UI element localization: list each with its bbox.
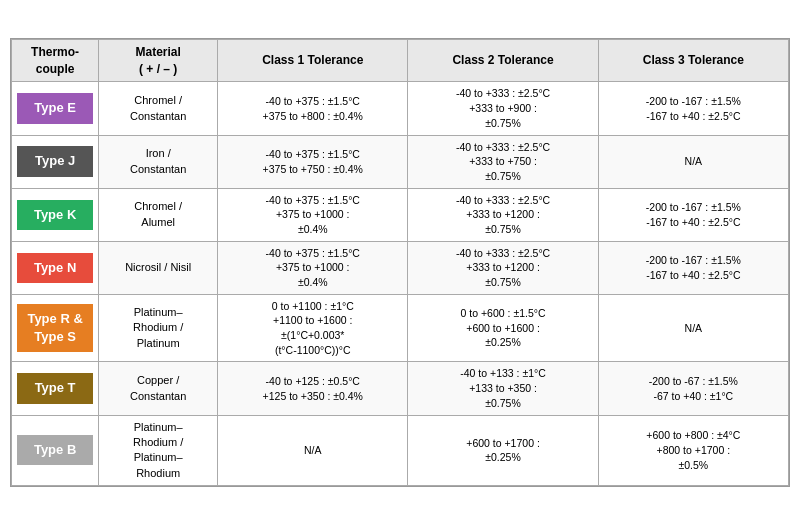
header-material: Material( + / – )	[99, 39, 218, 82]
main-table-container: Thermo-couple Material( + / – ) Class 1 …	[10, 38, 790, 487]
type-cell: Type B	[12, 415, 99, 486]
type-cell: Type T	[12, 362, 99, 415]
class3-cell: -200 to -167 : ±1.5%-167 to +40 : ±2.5°C	[598, 82, 788, 135]
material-cell: Platinum–Rhodium /Platinum–Rhodium	[99, 415, 218, 486]
table-row: Type TCopper /Constantan-40 to +125 : ±0…	[12, 362, 789, 415]
type-label: Type T	[17, 373, 93, 403]
class3-cell: -200 to -167 : ±1.5%-167 to +40 : ±2.5°C	[598, 188, 788, 241]
class2-cell: -40 to +333 : ±2.5°C+333 to +900 :±0.75%	[408, 82, 598, 135]
table-row: Type JIron /Constantan-40 to +375 : ±1.5…	[12, 135, 789, 188]
class2-cell: +600 to +1700 :±0.25%	[408, 415, 598, 486]
table-row: Type BPlatinum–Rhodium /Platinum–Rhodium…	[12, 415, 789, 486]
material-cell: Chromel /Alumel	[99, 188, 218, 241]
type-label: Type N	[17, 253, 93, 283]
material-cell: Platinum–Rhodium /Platinum	[99, 294, 218, 362]
class1-cell: -40 to +375 : ±1.5°C+375 to +800 : ±0.4%	[218, 82, 408, 135]
class1-cell: 0 to +1100 : ±1°C+1100 to +1600 :±(1°C+0…	[218, 294, 408, 362]
header-class1: Class 1 Tolerance	[218, 39, 408, 82]
type-cell: Type R &Type S	[12, 294, 99, 362]
material-cell: Chromel /Constantan	[99, 82, 218, 135]
type-cell: Type J	[12, 135, 99, 188]
type-cell: Type N	[12, 241, 99, 294]
table-row: Type EChromel /Constantan-40 to +375 : ±…	[12, 82, 789, 135]
class1-cell: -40 to +125 : ±0.5°C+125 to +350 : ±0.4%	[218, 362, 408, 415]
type-label: Type R &Type S	[17, 304, 93, 352]
type-cell: Type E	[12, 82, 99, 135]
class3-cell: N/A	[598, 135, 788, 188]
class3-cell: -200 to -167 : ±1.5%-167 to +40 : ±2.5°C	[598, 241, 788, 294]
class2-cell: -40 to +133 : ±1°C+133 to +350 :±0.75%	[408, 362, 598, 415]
header-class2: Class 2 Tolerance	[408, 39, 598, 82]
class1-cell: -40 to +375 : ±1.5°C+375 to +1000 :±0.4%	[218, 241, 408, 294]
material-cell: Nicrosil / Nisil	[99, 241, 218, 294]
header-class3: Class 3 Tolerance	[598, 39, 788, 82]
class3-cell: +600 to +800 : ±4°C+800 to +1700 :±0.5%	[598, 415, 788, 486]
type-label: Type E	[17, 93, 93, 123]
class2-cell: -40 to +333 : ±2.5°C+333 to +750 :±0.75%	[408, 135, 598, 188]
material-cell: Copper /Constantan	[99, 362, 218, 415]
type-cell: Type K	[12, 188, 99, 241]
table-row: Type R &Type SPlatinum–Rhodium /Platinum…	[12, 294, 789, 362]
class3-cell: -200 to -67 : ±1.5%-67 to +40 : ±1°C	[598, 362, 788, 415]
class2-cell: -40 to +333 : ±2.5°C+333 to +1200 :±0.75…	[408, 241, 598, 294]
type-label: Type B	[17, 435, 93, 465]
class3-cell: N/A	[598, 294, 788, 362]
class1-cell: -40 to +375 : ±1.5°C+375 to +1000 :±0.4%	[218, 188, 408, 241]
class2-cell: 0 to +600 : ±1.5°C+600 to +1600 :±0.25%	[408, 294, 598, 362]
class1-cell: -40 to +375 : ±1.5°C+375 to +750 : ±0.4%	[218, 135, 408, 188]
type-label: Type J	[17, 146, 93, 176]
thermocouple-table: Thermo-couple Material( + / – ) Class 1 …	[11, 39, 789, 486]
material-cell: Iron /Constantan	[99, 135, 218, 188]
header-thermocouple: Thermo-couple	[12, 39, 99, 82]
class1-cell: N/A	[218, 415, 408, 486]
type-label: Type K	[17, 200, 93, 230]
table-row: Type NNicrosil / Nisil-40 to +375 : ±1.5…	[12, 241, 789, 294]
table-row: Type KChromel /Alumel-40 to +375 : ±1.5°…	[12, 188, 789, 241]
class2-cell: -40 to +333 : ±2.5°C+333 to +1200 :±0.75…	[408, 188, 598, 241]
